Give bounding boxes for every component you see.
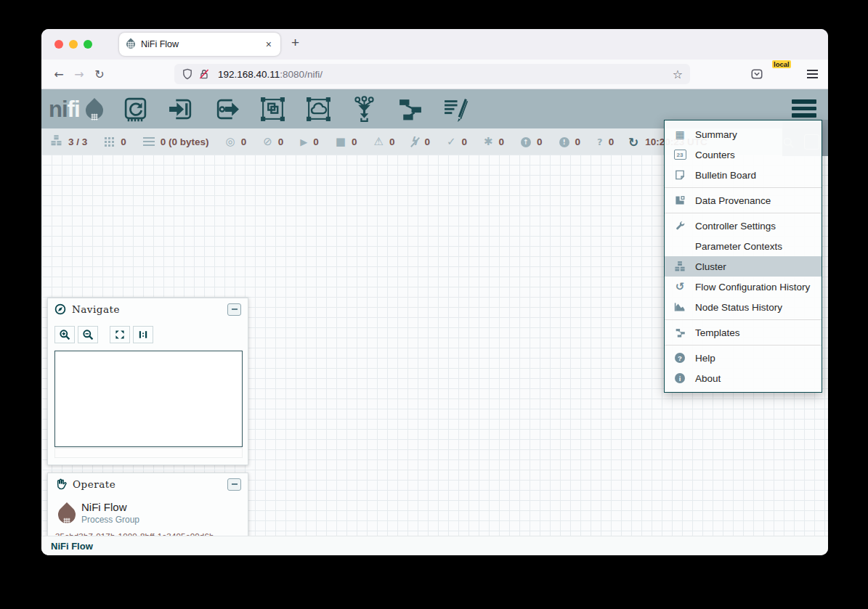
template-icon[interactable] (397, 96, 423, 123)
bookmark-star-icon[interactable]: ☆ (673, 68, 683, 81)
cluster-menu-icon (673, 261, 686, 272)
menu-group-templates: Templates (665, 319, 822, 345)
transmitting-icon: ◎ (226, 136, 235, 147)
insecure-lock-icon[interactable] (198, 68, 210, 80)
processor-icon[interactable] (122, 96, 149, 123)
menu-item-templates[interactable]: Templates (665, 322, 822, 343)
input-port-icon[interactable] (168, 96, 195, 123)
nifi-global-menu-icon[interactable] (792, 99, 816, 118)
menu-group-reporting: ▦Summary 23Counters Bulletin Board (665, 122, 822, 187)
operate-header: Operate (48, 473, 248, 495)
menu-item-about[interactable]: iAbout (665, 368, 822, 388)
menu-item-cluster[interactable]: Cluster (665, 256, 822, 277)
not-transmitting-icon: ⊘ (263, 136, 272, 147)
zoom-actual-size-button[interactable] (133, 326, 153, 343)
tab-bar: NiFi Flow × + (41, 29, 828, 60)
collapse-operate-button[interactable] (227, 478, 241, 491)
menu-item-node-status-history[interactable]: Node Status History (665, 297, 822, 317)
collapse-navigate-button[interactable] (227, 303, 241, 316)
container-badge: local (772, 60, 791, 68)
zoom-fit-button[interactable] (110, 326, 130, 343)
summary-icon: ▦ (673, 128, 686, 140)
invalid-status: ⚠0 (374, 136, 395, 147)
menu-item-controller-settings[interactable]: Controller Settings (665, 216, 822, 236)
disabled-icon: ϟ (411, 136, 418, 147)
browser-window: NiFi Flow × + ← → ↻ 192.168.40.11:8080/n… (41, 29, 828, 555)
stopped-icon: ■ (336, 136, 346, 147)
remote-process-group-icon[interactable] (305, 96, 332, 123)
locally-modified-stale-status: !0 (559, 136, 581, 147)
new-tab-button[interactable]: + (291, 35, 299, 51)
output-port-icon[interactable] (214, 96, 240, 123)
profile-avatar[interactable]: local (778, 67, 792, 81)
node-status-chart-icon (673, 301, 686, 313)
up-to-date-icon: ✓ (447, 136, 456, 147)
sync-failure-status: ?0 (597, 136, 614, 147)
counters-icon: 23 (674, 150, 686, 160)
browser-toolbar: ← → ↻ 192.168.40.11:8080/nifi/ ☆ local (41, 60, 828, 89)
window-controls (54, 40, 92, 49)
menu-item-data-provenance[interactable]: Data Provenance (665, 190, 822, 211)
menu-item-summary[interactable]: ▦Summary (665, 124, 822, 144)
running-status: ▶0 (300, 136, 319, 147)
menu-item-bulletin-board[interactable]: Bulletin Board (665, 165, 822, 185)
stale-icon: ↑ (521, 137, 531, 147)
zoom-in-button[interactable] (54, 326, 75, 343)
navigate-panel: Navigate (47, 298, 248, 465)
not-transmitting-status: ⊘0 (263, 136, 283, 147)
stopped-status: ■0 (336, 136, 357, 147)
transmitting-status: ◎0 (226, 136, 247, 147)
help-icon: ? (675, 353, 685, 363)
running-icon: ▶ (300, 137, 307, 147)
forward-icon[interactable]: → (69, 68, 89, 81)
operate-title: Operate (73, 478, 227, 490)
url-text: 192.168.40.11:8080/nifi/ (218, 69, 673, 80)
navigate-tools (48, 320, 248, 343)
process-group-icon[interactable] (259, 96, 286, 123)
component-type: Process Group (81, 515, 139, 525)
url-bar[interactable]: 192.168.40.11:8080/nifi/ ☆ (174, 64, 690, 84)
label-icon[interactable] (442, 96, 469, 123)
browser-tab[interactable]: NiFi Flow × (119, 33, 280, 56)
back-icon[interactable]: ← (49, 68, 69, 81)
reload-icon[interactable]: ↻ (89, 68, 110, 81)
threads-icon (104, 136, 115, 147)
zoom-out-button[interactable] (78, 326, 98, 343)
queued-icon (143, 137, 155, 147)
menu-group-help: ?Help iAbout (665, 345, 822, 391)
logo-text-ni: ni (49, 97, 68, 122)
pocket-icon[interactable] (750, 68, 763, 81)
logo-text-fi: fi (68, 97, 80, 122)
hand-icon (54, 478, 67, 491)
funnel-icon[interactable] (351, 96, 378, 123)
breadcrumb[interactable]: NiFi Flow (51, 541, 93, 552)
templates-icon (673, 327, 686, 338)
url-host: 192.168.40.11 (218, 69, 280, 80)
global-menu: ▦Summary 23Counters Bulletin Board Data … (664, 120, 822, 393)
shield-icon[interactable] (182, 68, 193, 80)
nifi-logo: nifi (49, 98, 103, 120)
menu-item-parameter-contexts[interactable]: Parameter Contexts (665, 236, 822, 256)
history-icon: ↺ (673, 280, 686, 293)
cluster-status: 3 / 3 (50, 134, 87, 150)
menu-item-help[interactable]: ?Help (665, 348, 822, 368)
about-icon: i (675, 373, 685, 383)
invalid-icon: ⚠ (374, 136, 384, 147)
tab-close-icon[interactable]: × (264, 38, 273, 50)
menu-item-flow-configuration-history[interactable]: ↺Flow Configuration History (665, 277, 822, 297)
birdseye-scroll-strip (54, 448, 243, 458)
browser-right-icons: local (750, 60, 818, 89)
refresh-icon[interactable]: ↻ (628, 135, 638, 150)
birdseye-view[interactable] (54, 351, 243, 447)
close-window-button[interactable] (54, 40, 63, 49)
locally-modified-status: ✱0 (484, 136, 504, 147)
compass-icon (54, 303, 66, 315)
locally-modified-stale-icon: ! (559, 137, 569, 147)
sync-failure-icon: ? (597, 137, 603, 147)
process-group-drop-icon (54, 502, 79, 527)
cluster-icon (50, 134, 62, 150)
menu-item-counters[interactable]: 23Counters (665, 144, 822, 165)
maximize-window-button[interactable] (84, 40, 92, 49)
minimize-window-button[interactable] (69, 40, 78, 49)
browser-menu-icon[interactable] (807, 70, 818, 78)
